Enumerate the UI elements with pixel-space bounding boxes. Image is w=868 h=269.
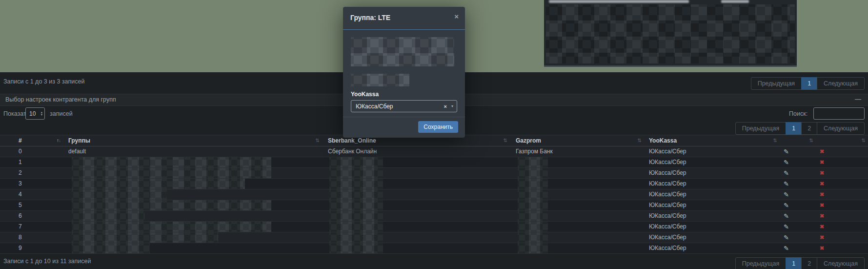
edit-pencil-icon[interactable]: ✎: [784, 245, 789, 252]
pixelated-mosaic: [351, 37, 454, 66]
modal-body: YooKassa ЮКасса/Сбер × ▾: [343, 37, 465, 112]
delete-x-icon[interactable]: ✖: [820, 170, 824, 176]
clear-icon[interactable]: ×: [444, 103, 447, 109]
pixelated-mosaic: [72, 243, 150, 253]
redacted-text-bar: [549, 0, 689, 3]
delete-x-icon[interactable]: ✖: [820, 181, 824, 186]
pagination-prev[interactable]: Предыдущая: [735, 122, 786, 135]
pixelated-mosaic: [546, 4, 795, 63]
edit-pencil-icon[interactable]: ✎: [784, 159, 789, 166]
cell-index: 2: [0, 168, 63, 178]
cell-gazprom: [510, 243, 644, 253]
sort-icon[interactable]: ⇅: [316, 135, 319, 146]
sort-icon[interactable]: ⇅: [504, 135, 507, 146]
page-size-select[interactable]: 10 ▴▾: [25, 107, 45, 120]
cell-group: [63, 222, 322, 232]
cell-edit: ✎: [780, 157, 816, 167]
column-label: #: [19, 137, 22, 144]
pagination-prev[interactable]: Предыдущая: [751, 77, 802, 90]
cell-gazprom: [510, 200, 644, 210]
column-label: Группы: [68, 137, 90, 144]
edit-pencil-icon[interactable]: ✎: [784, 223, 789, 230]
cell-yookassa: ЮКасса/Сбер: [644, 146, 780, 157]
column-header-#[interactable]: #↑↓: [0, 135, 63, 146]
pagination-next[interactable]: Следующая: [817, 77, 865, 90]
table-row: 2ЮКасса/Сбер✎✖: [0, 168, 868, 179]
cell-index: 1: [0, 157, 63, 167]
edit-pencil-icon[interactable]: ✎: [784, 148, 789, 155]
cell-gazprom: [510, 222, 644, 232]
edit-pencil-icon[interactable]: ✎: [784, 202, 789, 209]
pagination-prev[interactable]: Предыдущая: [735, 257, 786, 269]
pixelated-mosaic: [72, 157, 271, 167]
save-button[interactable]: Сохранить: [418, 121, 458, 133]
delete-x-icon[interactable]: ✖: [820, 234, 824, 240]
pagination-page-2[interactable]: 2: [801, 122, 817, 135]
sort-icon[interactable]: ↑↓: [57, 135, 61, 146]
pagination-page-1[interactable]: 1: [786, 257, 802, 269]
cell-group: [63, 243, 322, 253]
delete-x-icon[interactable]: ✖: [820, 159, 824, 165]
edit-pencil-icon[interactable]: ✎: [784, 191, 789, 198]
table-row: 7ЮКасса/Сбер✎✖: [0, 222, 868, 232]
table-row: 5ЮКасса/Сбер✎✖: [0, 200, 868, 211]
search-input[interactable]: [813, 107, 865, 120]
collapse-icon[interactable]: —: [855, 95, 861, 103]
delete-x-icon[interactable]: ✖: [820, 245, 824, 251]
pixelated-mosaic: [329, 189, 383, 200]
yookassa-select[interactable]: ЮКасса/Сбер × ▾: [351, 100, 457, 112]
redacted-panel: [544, 0, 797, 67]
delete-x-icon[interactable]: ✖: [820, 148, 824, 154]
cell-yookassa: ЮКасса/Сбер: [644, 200, 780, 210]
cell-delete: ✖: [816, 168, 868, 178]
column-header-Группы[interactable]: Группы⇅: [63, 135, 322, 146]
column-header-action6[interactable]: ⇅: [816, 135, 868, 146]
records-label: записей: [50, 110, 73, 117]
table-row: 1ЮКасса/Сбер✎✖: [0, 157, 868, 168]
delete-x-icon[interactable]: ✖: [820, 202, 824, 208]
pixelated-mosaic: [518, 200, 548, 210]
sort-icon[interactable]: ⇅: [862, 135, 865, 146]
delete-x-icon[interactable]: ✖: [820, 224, 824, 229]
pagination-page-1[interactable]: 1: [786, 122, 802, 135]
pixelated-mosaic: [518, 179, 548, 189]
column-label: Sberbank_Online: [328, 137, 376, 144]
cell-delete: ✖: [816, 200, 868, 210]
delete-x-icon[interactable]: ✖: [820, 191, 824, 197]
pixelated-mosaic: [329, 200, 383, 210]
edit-pencil-icon[interactable]: ✎: [784, 169, 789, 177]
sort-icon[interactable]: ⇅: [773, 135, 777, 146]
pagination-page-1[interactable]: 1: [801, 77, 817, 90]
cell-edit: ✎: [780, 211, 816, 221]
cell-yookassa: ЮКасса/Сбер: [644, 168, 780, 178]
cell-gazprom: [510, 157, 644, 167]
cell-index: 9: [0, 243, 63, 253]
pagination-page-2[interactable]: 2: [801, 257, 817, 269]
cell-yookassa: ЮКасса/Сбер: [644, 243, 780, 253]
pagination-next[interactable]: Следующая: [817, 257, 865, 269]
edit-pencil-icon[interactable]: ✎: [784, 180, 789, 187]
column-header-YooKassa[interactable]: YooKassa⇅: [644, 135, 780, 146]
pixelated-mosaic: [72, 211, 145, 221]
delete-x-icon[interactable]: ✖: [820, 213, 824, 219]
redacted-text-bar: [721, 0, 749, 3]
close-icon[interactable]: ×: [454, 12, 459, 21]
sort-icon[interactable]: ⇅: [809, 135, 813, 146]
table-row: 8ЮКасса/Сбер✎✖: [0, 232, 868, 243]
column-header-Gazprom[interactable]: Gazprom⇅: [510, 135, 644, 146]
spinner-icon: ▴▾: [41, 111, 42, 116]
edit-pencil-icon[interactable]: ✎: [784, 212, 789, 220]
group-modal: Группа: LTE × YooKassa ЮКасса/Сбер × ▾ С…: [343, 7, 465, 138]
cell-yookassa: ЮКасса/Сбер: [644, 232, 780, 243]
cell-group: default: [63, 146, 322, 157]
cell-delete: ✖: [816, 232, 868, 243]
top-table-info: Записи с 1 до 3 из 3 записей: [3, 78, 84, 85]
cell-edit: ✎: [780, 200, 816, 210]
column-label: YooKassa: [649, 137, 677, 144]
pagination-next[interactable]: Следующая: [817, 122, 865, 135]
cell-yookassa: ЮКасса/Сбер: [644, 157, 780, 167]
edit-pencil-icon[interactable]: ✎: [784, 234, 789, 241]
table-body: 0defaultСбербанк ОнлайнГазпром БанкЮКасс…: [0, 146, 868, 254]
sort-icon[interactable]: ⇅: [638, 135, 641, 146]
column-header-action5[interactable]: ⇅: [780, 135, 816, 146]
